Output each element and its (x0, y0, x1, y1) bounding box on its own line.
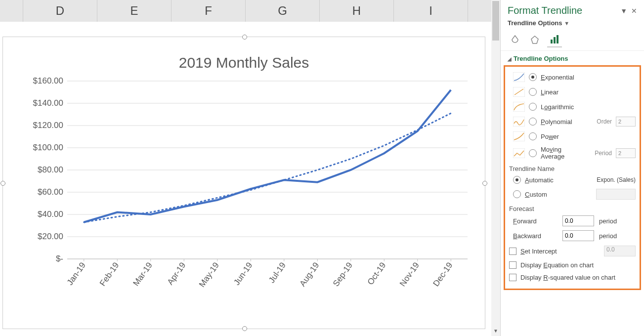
linear-icon (513, 87, 525, 97)
svg-text:Jul-19: Jul-19 (267, 260, 288, 285)
col-header[interactable]: H (320, 0, 394, 22)
svg-marker-43 (531, 36, 538, 43)
svg-text:$100.00: $100.00 (33, 143, 63, 152)
highlighted-options-region: Exponential Linear Logarithmic Polynomia… (504, 65, 641, 290)
forecast-heading: Forecast (509, 202, 636, 213)
pane-tab-icons (501, 31, 644, 47)
option-automatic-name[interactable]: Automatic Expon. (Sales) (513, 173, 636, 186)
power-icon (513, 131, 525, 141)
chart-title[interactable]: 2019 Monthly Sales (3, 54, 485, 71)
svg-text:Mar-19: Mar-19 (131, 260, 154, 288)
svg-text:$80.00: $80.00 (38, 165, 63, 174)
col-header[interactable]: G (246, 0, 320, 22)
svg-text:$60.00: $60.00 (38, 187, 63, 197)
checkbox[interactable] (509, 261, 516, 269)
backward-input[interactable] (562, 230, 594, 241)
chart-plot-area[interactable]: $-$20.00$40.00$60.00$80.00$100.00$120.00… (13, 76, 477, 308)
svg-text:Apr-19: Apr-19 (166, 260, 188, 287)
effects-tab-icon[interactable] (527, 33, 542, 46)
checkbox[interactable] (509, 274, 516, 281)
scroll-down-icon[interactable]: ▼ (491, 328, 500, 336)
moving-average-icon (513, 148, 525, 158)
display-r2-row[interactable]: Display R-squared value on chart (509, 271, 636, 284)
forecast-backward-row: Backward period (513, 228, 636, 243)
chart-object[interactable]: 2019 Monthly Sales $-$20.00$40.00$60.00$… (2, 37, 485, 329)
pane-subtitle[interactable]: Trendline Options ▼ (501, 18, 644, 31)
col-header[interactable]: E (97, 0, 172, 22)
trendline-options-tab-icon[interactable] (547, 33, 562, 47)
forward-input[interactable] (562, 215, 594, 226)
svg-text:Jun-19: Jun-19 (232, 260, 254, 287)
radio[interactable] (529, 73, 537, 81)
svg-text:Aug-19: Aug-19 (298, 260, 321, 288)
svg-rect-50 (513, 102, 525, 112)
format-trendline-pane: Format Trendline ▼ ✕ Trendline Options ▼… (500, 0, 644, 336)
forecast-forward-row: Forward period (513, 213, 636, 228)
logarithmic-icon (513, 102, 525, 112)
option-moving-average[interactable]: MovingAverage Period 2 (513, 144, 636, 162)
polynomial-icon (513, 117, 525, 126)
resize-handle[interactable] (482, 181, 487, 186)
resize-handle[interactable] (0, 181, 5, 186)
option-logarithmic[interactable]: Logarithmic (513, 99, 636, 114)
intercept-input: 0.0 (604, 246, 636, 256)
option-exponential[interactable]: Exponential (513, 70, 636, 84)
svg-text:Feb-19: Feb-19 (98, 260, 121, 288)
radio[interactable] (529, 149, 537, 157)
radio[interactable] (529, 132, 537, 140)
col-header[interactable]: F (172, 0, 246, 22)
col-header[interactable]: I (394, 0, 468, 22)
option-polynomial[interactable]: Polynomial Order 2 (513, 114, 636, 129)
vertical-scrollbar[interactable]: ▲ ▼ (491, 0, 500, 336)
svg-rect-46 (557, 35, 558, 43)
svg-text:Jan-19: Jan-19 (65, 260, 87, 287)
period-spinner[interactable]: 2 (616, 148, 636, 158)
column-headers: D E F G H I (0, 0, 500, 22)
svg-text:$-: $- (56, 254, 63, 263)
svg-text:Dec-19: Dec-19 (431, 260, 455, 288)
radio[interactable] (529, 103, 537, 111)
radio[interactable] (529, 118, 537, 126)
svg-text:Sep-19: Sep-19 (331, 260, 354, 288)
automatic-name-value: Expon. (Sales) (597, 176, 636, 183)
pane-close-icon[interactable]: ✕ (631, 7, 637, 15)
svg-text:$20.00: $20.00 (38, 232, 63, 241)
svg-text:$140.00: $140.00 (33, 98, 63, 108)
radio[interactable] (513, 176, 521, 184)
pane-dropdown-icon[interactable]: ▼ (620, 7, 627, 15)
display-equation-row[interactable]: Display Equation on chart (509, 259, 636, 271)
svg-text:Nov-19: Nov-19 (398, 260, 421, 288)
worksheet-area[interactable]: D E F G H I 2019 Monthly Sales $-$20.00$… (0, 0, 500, 336)
svg-text:May-19: May-19 (197, 260, 221, 289)
order-spinner[interactable]: 2 (616, 117, 636, 126)
svg-rect-53 (513, 148, 525, 158)
pane-title: Format Trendline (508, 5, 582, 16)
fill-line-tab-icon[interactable] (508, 33, 522, 46)
svg-rect-44 (551, 40, 553, 43)
trendline-name-heading: Trendline Name (509, 162, 636, 173)
scroll-thumb[interactable] (492, 1, 499, 41)
option-linear[interactable]: Linear (513, 84, 636, 99)
custom-name-input[interactable] (596, 189, 636, 200)
resize-handle[interactable] (242, 35, 247, 40)
section-trendline-options[interactable]: ◢Trendline Options (501, 50, 644, 65)
checkbox[interactable] (509, 248, 516, 255)
svg-text:$120.00: $120.00 (33, 121, 63, 130)
set-intercept-row[interactable]: Set Intercept 0.0 (509, 243, 636, 259)
option-power[interactable]: Power (513, 129, 636, 144)
option-custom-name[interactable]: Custom (513, 186, 636, 202)
radio[interactable] (513, 190, 521, 198)
col-header[interactable]: D (23, 0, 97, 22)
resize-handle[interactable] (242, 326, 247, 331)
svg-text:$160.00: $160.00 (33, 76, 63, 85)
exponential-icon (513, 72, 525, 82)
svg-text:$40.00: $40.00 (38, 210, 63, 219)
svg-text:Oct-19: Oct-19 (366, 260, 388, 287)
svg-rect-45 (554, 37, 556, 43)
radio[interactable] (529, 88, 537, 96)
